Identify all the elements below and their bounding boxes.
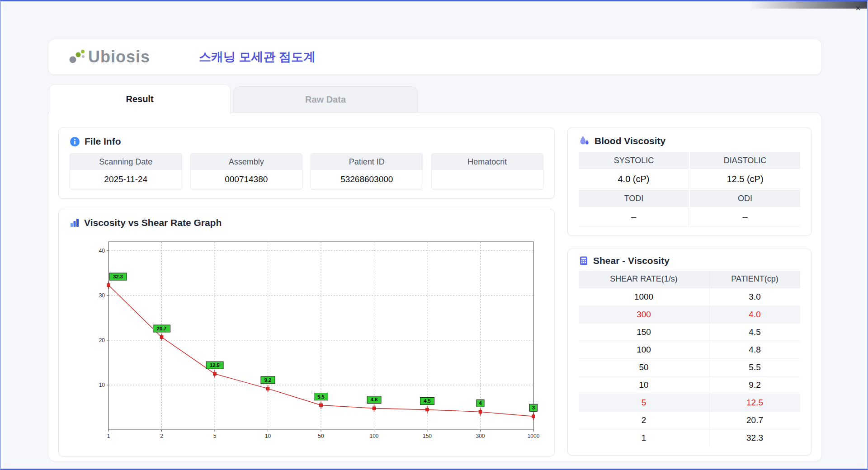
table-cell: 4.0: [709, 306, 800, 323]
svg-text:4.8: 4.8: [371, 397, 377, 402]
table-header-row: SHEAR RATE(1/s) PATIENT(cp): [579, 271, 800, 288]
page-title: 스캐닝 모세관 점도계: [199, 49, 316, 65]
table-cell: 4.8: [709, 341, 800, 358]
svg-text:40: 40: [99, 248, 105, 254]
close-icon[interactable]: ×: [855, 4, 861, 13]
table-row: 220.7: [579, 411, 800, 429]
svg-text:9.2: 9.2: [264, 377, 271, 383]
blood-viscosity-title: Blood Viscosity: [594, 136, 665, 146]
svg-text:20.7: 20.7: [157, 326, 166, 331]
table-row: 132.3: [579, 429, 800, 446]
file-info-title: File Info: [85, 136, 121, 147]
app-logo: Ubiosis: [68, 49, 150, 65]
table-cell: 1000: [579, 288, 709, 306]
table-cell: 100: [579, 341, 709, 358]
shear-viscosity-panel: Shear - Viscosity SHEAR RATE(1/s) PATIEN…: [567, 249, 811, 456]
table-cell: 5.5: [709, 358, 800, 376]
window-corner-shadow: [750, 1, 867, 9]
tab-raw-data[interactable]: Raw Data: [233, 86, 418, 113]
table-cell: 4.5: [709, 323, 800, 341]
field-assembly: Assembly 000714380: [190, 153, 303, 189]
file-info-panel: File Info Scanning Date 2025-11-24 Assem…: [58, 127, 555, 199]
shear-viscosity-table: SHEAR RATE(1/s) PATIENT(cp) 10003.03004.…: [579, 271, 800, 446]
content-card: File Info Scanning Date 2025-11-24 Assem…: [48, 113, 822, 461]
graph-panel: Viscosity vs Shear Rate Graph 1020304012…: [58, 209, 555, 456]
svg-text:10: 10: [99, 382, 105, 388]
table-cell: 50: [579, 358, 709, 376]
svg-text:1000: 1000: [528, 433, 540, 439]
diastolic-value: 12.5 (cP): [690, 170, 800, 189]
table-row: 1504.5: [579, 323, 800, 341]
svg-text:300: 300: [476, 433, 485, 439]
field-patient-id: Patient ID 53268603000: [311, 153, 423, 189]
blood-viscosity-grid: SYSTOLIC DIASTOLIC 4.0 (cP) 12.5 (cP) TO…: [579, 152, 800, 227]
svg-text:12.5: 12.5: [210, 362, 219, 368]
chart-svg: 102030401251050100150300100032.320.712.5…: [88, 233, 542, 447]
field-scanning-date: Scanning Date 2025-11-24: [70, 153, 182, 189]
table-cell: 10: [579, 376, 709, 394]
field-label: Patient ID: [311, 154, 423, 170]
table-cell: 2: [579, 411, 709, 429]
file-info-fields: Scanning Date 2025-11-24 Assembly 000714…: [70, 153, 543, 189]
svg-text:3: 3: [532, 405, 535, 410]
svg-text:30: 30: [99, 292, 105, 299]
bar-chart-icon: [70, 218, 80, 228]
column-patient: PATIENT(cp): [709, 271, 800, 288]
table-cell: 32.3: [709, 429, 800, 446]
header-card: Ubiosis 스캐닝 모세관 점도계: [48, 39, 822, 75]
systolic-value: 4.0 (cP): [579, 170, 689, 189]
svg-text:1: 1: [107, 433, 110, 439]
field-label: Scanning Date: [70, 154, 182, 170]
blood-viscosity-title-row: Blood Viscosity: [579, 135, 800, 146]
table-row: 109.2: [579, 376, 800, 394]
odi-label: ODI: [690, 190, 800, 207]
field-value: 2025-11-24: [70, 170, 182, 189]
app-window: × Ubiosis 스캐닝 모세관 점도계 Result Raw Data: [0, 0, 868, 470]
svg-text:150: 150: [423, 433, 432, 439]
shear-viscosity-title-row: Shear - Viscosity: [579, 255, 800, 266]
table-cell: 12.5: [709, 394, 800, 411]
field-hematocrit: Hematocrit: [431, 153, 544, 189]
systolic-label: SYSTOLIC: [579, 152, 689, 169]
table-cell: 20.7: [709, 411, 800, 429]
table-row: 505.5: [579, 358, 800, 376]
shear-viscosity-title: Shear - Viscosity: [593, 255, 670, 266]
tab-result[interactable]: Result: [49, 84, 231, 114]
field-value: [432, 170, 543, 189]
field-value: 000714380: [191, 170, 302, 189]
table-cell: 5: [579, 394, 709, 411]
svg-text:5.5: 5.5: [317, 394, 324, 400]
field-label: Hematocrit: [432, 154, 543, 170]
table-row: 512.5: [579, 394, 800, 411]
column-shear-rate: SHEAR RATE(1/s): [579, 271, 709, 288]
shear-table-body: 10003.03004.01504.51004.8505.5109.2512.5…: [579, 288, 800, 446]
blood-viscosity-panel: Blood Viscosity SYSTOLIC DIASTOLIC 4.0 (…: [567, 127, 811, 236]
file-info-title-row: File Info: [70, 136, 543, 147]
graph-title: Viscosity vs Shear Rate Graph: [84, 217, 222, 228]
table-row: 10003.0: [579, 288, 800, 306]
field-label: Assembly: [191, 154, 302, 170]
svg-text:2: 2: [160, 433, 163, 439]
table-cell: 150: [579, 323, 709, 341]
svg-text:10: 10: [265, 433, 271, 439]
graph-title-row: Viscosity vs Shear Rate Graph: [70, 217, 543, 228]
diastolic-label: DIASTOLIC: [690, 152, 800, 169]
info-icon: [70, 136, 80, 147]
table-row: 1004.8: [579, 341, 800, 358]
logo-text: Ubiosis: [88, 49, 150, 65]
leaf-logo-icon: [68, 49, 87, 65]
table-cell: 300: [579, 306, 709, 323]
svg-text:4.5: 4.5: [424, 398, 430, 404]
field-value: 53268603000: [311, 170, 423, 189]
svg-text:100: 100: [369, 433, 378, 439]
shear-rate-chart: 102030401251050100150300100032.320.712.5…: [88, 233, 542, 447]
odi-value: –: [690, 208, 800, 227]
droplet-icon: [579, 135, 590, 146]
svg-text:20: 20: [99, 337, 105, 343]
calculator-icon: [579, 256, 589, 266]
svg-text:32.3: 32.3: [113, 274, 123, 279]
svg-text:4: 4: [479, 400, 482, 406]
svg-text:50: 50: [318, 433, 324, 439]
table-cell: 3.0: [709, 288, 800, 306]
svg-text:5: 5: [213, 433, 217, 439]
